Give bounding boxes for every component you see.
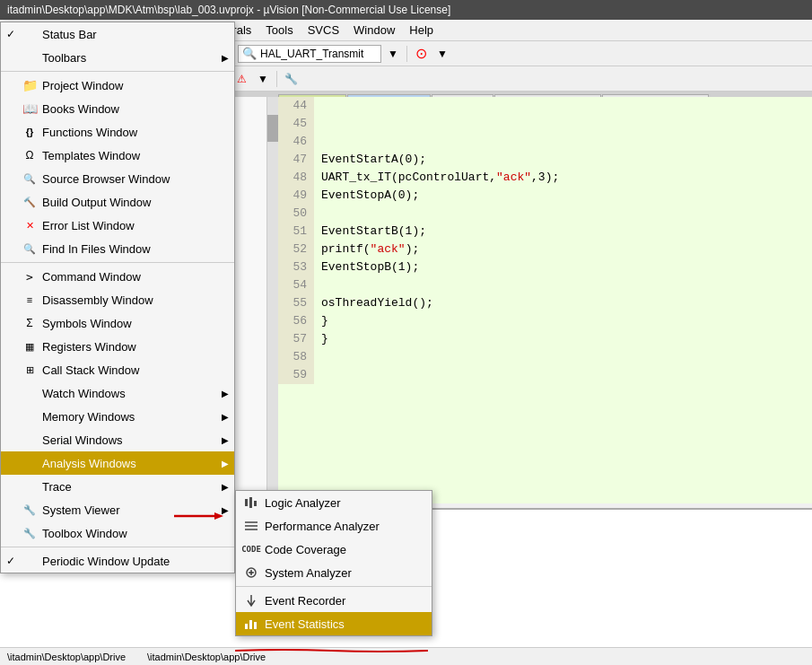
sep-3 bbox=[1, 547, 234, 547]
error-list-icon: ✕ bbox=[22, 218, 37, 232]
menu-window[interactable]: Window bbox=[346, 22, 402, 39]
menu-symbols-window[interactable]: Σ Symbols Window bbox=[1, 311, 234, 335]
view-dropdown-menu: Status Bar Toolbars 📁 Project Window 📖 B… bbox=[0, 22, 235, 573]
functions-window-label: Functions Window bbox=[42, 126, 137, 139]
source-browser-label: Source Browser Window bbox=[42, 172, 170, 186]
menu-toolbox-window[interactable]: 🔧 Toolbox Window bbox=[1, 521, 234, 545]
logic-analyzer-icon bbox=[243, 494, 259, 511]
svg-point-7 bbox=[250, 572, 253, 574]
trace-icon bbox=[22, 479, 37, 494]
menu-toolbars[interactable]: Toolbars bbox=[1, 46, 234, 69]
menu-project-window[interactable]: 📁 Project Window bbox=[1, 74, 234, 97]
status-path-1: \itadmin\Desktop\app\Drive bbox=[7, 652, 126, 662]
svg-rect-9 bbox=[249, 620, 252, 629]
svg-rect-2 bbox=[254, 501, 257, 506]
event-recorder-icon bbox=[243, 592, 259, 608]
watch-windows-label: Watch Windows bbox=[42, 387, 126, 400]
menu-source-browser-window[interactable]: 🔍 Source Browser Window bbox=[1, 167, 234, 190]
menu-memory-windows[interactable]: Memory Windows bbox=[1, 405, 234, 428]
serial-windows-label: Serial Windows bbox=[42, 433, 123, 447]
menu-functions-window[interactable]: {} Functions Window bbox=[1, 120, 234, 144]
event-recorder-label: Event Recorder bbox=[265, 594, 345, 608]
tb-extra[interactable]: ▼ bbox=[432, 44, 452, 64]
error-list-label: Error List Window bbox=[42, 219, 135, 232]
functions-window-icon: {} bbox=[22, 125, 37, 139]
system-viewer-label: System Viewer bbox=[42, 503, 119, 517]
sep-1 bbox=[1, 71, 234, 72]
scrollbar-thumb[interactable] bbox=[267, 115, 278, 142]
registers-icon: ▦ bbox=[22, 339, 37, 354]
sep7 bbox=[276, 71, 277, 87]
code-line-48: 48 UART_tx_IT(pcControlUart,"ack",3); bbox=[278, 169, 812, 187]
menu-help[interactable]: Help bbox=[402, 22, 441, 39]
menu-command-window[interactable]: > Command Window bbox=[1, 265, 234, 288]
submenu-performance-analyzer[interactable]: Performance Analyzer bbox=[236, 514, 432, 538]
memory-windows-label: Memory Windows bbox=[42, 410, 135, 424]
menu-find-in-files-window[interactable]: 🔍 Find In Files Window bbox=[1, 237, 234, 260]
disassembly-label: Disassembly Window bbox=[42, 293, 153, 307]
build-output-icon: 🔨 bbox=[22, 195, 37, 209]
status-path-2: \itadmin\Desktop\app\Drive bbox=[147, 652, 266, 662]
system-viewer-icon: 🔧 bbox=[22, 503, 37, 517]
tb2-13[interactable]: 🔧 bbox=[281, 69, 301, 89]
code-line-44: 44 bbox=[278, 97, 812, 115]
status-bar-icon bbox=[22, 27, 37, 41]
menu-books-window[interactable]: 📖 Books Window bbox=[1, 97, 234, 120]
project-window-icon: 📁 bbox=[22, 78, 37, 92]
code-line-50: 50 bbox=[278, 205, 812, 223]
submenu-code-coverage[interactable]: CODE Code Coverage bbox=[236, 538, 432, 561]
menu-periodic-window-update[interactable]: Periodic Window Update bbox=[1, 549, 234, 573]
menu-tools[interactable]: Tools bbox=[258, 22, 300, 39]
submenu-logic-analyzer[interactable]: Logic Analyzer bbox=[236, 491, 432, 514]
build-output-label: Build Output Window bbox=[42, 196, 151, 209]
menu-call-stack-window[interactable]: ⊞ Call Stack Window bbox=[1, 358, 234, 381]
menu-status-bar[interactable]: Status Bar bbox=[1, 22, 234, 46]
code-coverage-icon: CODE bbox=[243, 541, 259, 557]
menu-registers-window[interactable]: ▦ Registers Window bbox=[1, 335, 234, 358]
event-statistics-label: Event Statistics bbox=[265, 617, 345, 631]
code-line-45: 45 bbox=[278, 115, 812, 133]
menu-build-output-window[interactable]: 🔨 Build Output Window bbox=[1, 190, 234, 214]
registers-label: Registers Window bbox=[42, 340, 136, 354]
search-box[interactable]: 🔍 HAL_UART_Transmit bbox=[238, 45, 381, 63]
code-scrollbar[interactable] bbox=[267, 97, 278, 508]
code-line-58: 58 bbox=[278, 348, 812, 366]
templates-window-label: Templates Window bbox=[42, 149, 140, 162]
menu-serial-windows[interactable]: Serial Windows bbox=[1, 428, 234, 451]
call-stack-label: Call Stack Window bbox=[42, 363, 139, 377]
search-dropdown[interactable]: ▼ bbox=[383, 44, 403, 64]
menu-error-list-window[interactable]: ✕ Error List Window bbox=[1, 214, 234, 237]
disassembly-icon: ≡ bbox=[22, 293, 37, 307]
code-line-47: 47 EventStartA(0); bbox=[278, 151, 812, 169]
books-window-icon: 📖 bbox=[22, 101, 37, 116]
menu-trace[interactable]: Trace bbox=[1, 475, 234, 498]
menu-svcs[interactable]: SVCS bbox=[301, 22, 346, 39]
search-value: HAL_UART_Transmit bbox=[260, 48, 363, 60]
call-stack-icon: ⊞ bbox=[22, 363, 37, 377]
menu-disassembly-window[interactable]: ≡ Disassembly Window bbox=[1, 288, 234, 311]
code-coverage-label: Code Coverage bbox=[265, 543, 346, 556]
periodic-update-label: Periodic Window Update bbox=[42, 555, 170, 568]
find-files-label: Find In Files Window bbox=[42, 242, 151, 256]
code-line-57: 57 } bbox=[278, 330, 812, 348]
command-window-label: Command Window bbox=[42, 270, 141, 284]
analysis-submenu: Logic Analyzer Performance Analyzer CODE… bbox=[235, 490, 432, 636]
project-window-label: Project Window bbox=[42, 79, 123, 92]
menu-templates-window[interactable]: Ω Templates Window bbox=[1, 144, 234, 167]
code-line-53: 53 EventStopB(1); bbox=[278, 258, 812, 276]
submenu-event-recorder[interactable]: Event Recorder bbox=[236, 589, 432, 612]
menu-analysis-windows[interactable]: Analysis Windows bbox=[1, 451, 234, 475]
sep-2 bbox=[1, 262, 234, 263]
analysis-windows-label: Analysis Windows bbox=[42, 457, 136, 470]
memory-windows-icon bbox=[22, 409, 37, 424]
tb-red[interactable]: ⊙ bbox=[411, 44, 431, 64]
submenu-system-analyzer[interactable]: System Analyzer bbox=[236, 561, 432, 584]
code-line-59: 59 bbox=[278, 366, 812, 384]
submenu-event-statistics[interactable]: Event Statistics bbox=[236, 612, 432, 635]
symbols-label: Symbols Window bbox=[42, 317, 132, 330]
performance-analyzer-icon bbox=[243, 518, 259, 534]
serial-windows-icon bbox=[22, 433, 37, 447]
performance-analyzer-label: Performance Analyzer bbox=[265, 520, 380, 533]
tb2-12[interactable]: ▼ bbox=[253, 69, 273, 89]
menu-watch-windows[interactable]: Watch Windows bbox=[1, 381, 234, 405]
